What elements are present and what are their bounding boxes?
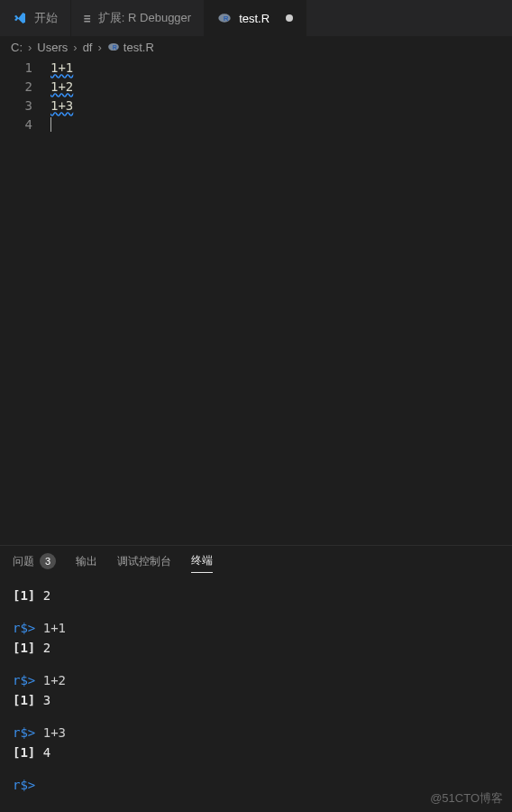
chevron-right-icon: › [73, 41, 77, 54]
tab-start[interactable]: 开始 [0, 0, 71, 36]
code-content[interactable] [50, 116, 51, 132]
r-file-icon: R [107, 41, 120, 53]
terminal-block: r$> 1+2 [1] 3 [13, 670, 499, 710]
terminal-line: [1] 2 [13, 586, 499, 605]
breadcrumb-item[interactable]: R test.R [107, 41, 154, 54]
code-editor[interactable]: 1 1+1 2 1+2 3 1+3 4 [0, 58, 512, 545]
editor-line[interactable]: 3 1+3 [0, 96, 512, 115]
svg-text:R: R [224, 14, 229, 23]
line-number: 2 [0, 79, 50, 94]
terminal-block: r$> 1+1 [1] 2 [13, 618, 499, 658]
terminal-line: [1] 4 [13, 743, 499, 762]
tab-test-r[interactable]: R test.R [205, 0, 306, 36]
terminal-block: r$> 1+3 [1] 4 [13, 723, 499, 762]
tab-label: 开始 [34, 10, 58, 26]
code-content[interactable]: 1+1 [50, 60, 73, 75]
breadcrumb[interactable]: C: › Users › df › R test.R [0, 36, 512, 58]
panel-tab-label: 调试控制台 [117, 554, 171, 569]
terminal-output[interactable]: [1] 2 r$> 1+1 [1] 2 r$> 1+2 [1] 3 r$> 1+… [0, 578, 512, 802]
panel-tab-label: 输出 [76, 554, 97, 569]
line-number: 3 [0, 98, 50, 113]
tab-label: test.R [239, 12, 270, 25]
panel-tab-terminal[interactable]: 终端 [191, 553, 213, 573]
terminal-prompt-line[interactable]: r$> [13, 775, 499, 795]
line-number: 1 [0, 60, 50, 75]
panel-tab-output[interactable]: 输出 [76, 554, 97, 573]
terminal-line: r$> 1+1 [13, 618, 499, 638]
vscode-icon [13, 11, 27, 25]
terminal-line: r$> 1+2 [13, 670, 499, 690]
r-file-icon: R [217, 11, 232, 25]
tab-label: 扩展: R Debugger [98, 10, 191, 26]
chevron-right-icon: › [28, 41, 32, 54]
terminal-line: [1] 2 [13, 638, 499, 658]
dirty-indicator-icon [286, 14, 293, 22]
terminal-block: r$> [13, 775, 499, 795]
problems-count-badge: 3 [40, 553, 56, 569]
panel-tab-problems[interactable]: 问题 3 [13, 553, 56, 573]
breadcrumb-item[interactable]: df [83, 41, 93, 54]
panel-tabs: 问题 3 输出 调试控制台 终端 [0, 546, 512, 578]
text-cursor-icon [50, 117, 51, 132]
code-content[interactable]: 1+3 [50, 98, 73, 113]
line-number: 4 [0, 117, 50, 132]
editor-line[interactable]: 2 1+2 [0, 77, 512, 96]
editor-line[interactable]: 1 1+1 [0, 58, 512, 77]
bottom-panel: 问题 3 输出 调试控制台 终端 [1] 2 r$> 1+1 [1] 2 r$>… [0, 545, 512, 802]
panel-tab-label: 终端 [191, 553, 213, 568]
code-content[interactable]: 1+2 [50, 79, 73, 94]
editor-line[interactable]: 4 [0, 115, 512, 134]
svg-text:R: R [113, 44, 117, 51]
terminal-line: [1] 3 [13, 690, 499, 710]
extension-icon: ≡ [84, 12, 91, 25]
panel-tab-debug-console[interactable]: 调试控制台 [117, 554, 171, 573]
watermark: @51CTO博客 [430, 790, 503, 807]
breadcrumb-item[interactable]: C: [11, 41, 23, 54]
tab-extension-r-debugger[interactable]: ≡ 扩展: R Debugger [71, 0, 205, 36]
chevron-right-icon: › [97, 41, 101, 54]
panel-tab-label: 问题 [13, 554, 34, 569]
terminal-line: r$> 1+3 [13, 723, 499, 743]
breadcrumb-item[interactable]: Users [37, 41, 68, 54]
editor-tabs: 开始 ≡ 扩展: R Debugger R test.R [0, 0, 512, 36]
